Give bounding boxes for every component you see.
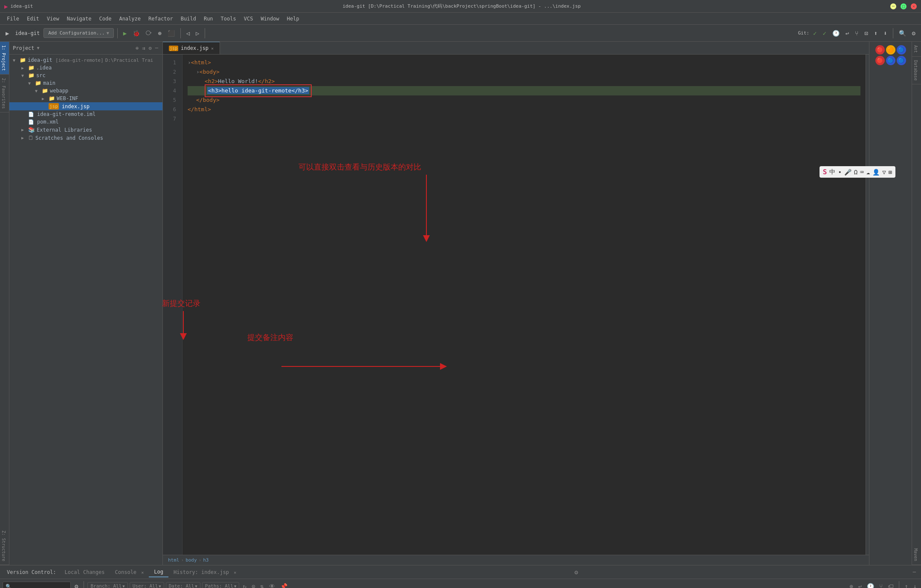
console-close-icon[interactable]: ✕ [141,570,144,575]
tab-local-changes[interactable]: Local Changes [60,568,110,577]
search-everywhere-icon[interactable]: 🔍 [897,29,908,38]
menu-edit[interactable]: Edit [23,14,43,23]
undo-right-icon[interactable]: ↩ [857,582,863,588]
git-checkmark-icon[interactable]: ✓ [820,29,828,38]
clock-right-icon[interactable]: 🕐 [865,582,876,588]
tab-favorites[interactable]: 2: Favorites [0,75,9,112]
sort-icon[interactable]: ⇅ [258,582,265,588]
branch-filter[interactable]: Branch: All ▼ [87,582,127,588]
tree-item-root[interactable]: ▼ 📁 idea-git [idea-git-remote] D:\Practi… [9,56,162,64]
date-filter[interactable]: Date: All ▼ [166,582,200,588]
toolbar-separator-2 [180,28,181,38]
back-icon[interactable]: ◁ [184,29,192,38]
chrome-icon[interactable]: 🔴 [875,45,885,55]
forward-icon[interactable]: ▷ [194,29,201,38]
tree-item-indexjsp[interactable]: jsp index.jsp [9,102,162,110]
menu-window[interactable]: Window [257,14,282,23]
tab-indexjsp[interactable]: jsp index.jsp ✕ [163,42,220,54]
menu-run[interactable]: Run [200,14,217,23]
tree-item-scratches[interactable]: ▶ 🗒 Scratches and Consoles [9,134,162,142]
code-content[interactable]: › <html> › <body> <h2>Hello World!</h2> … [182,55,866,555]
user-filter[interactable]: User: All ▼ [130,582,164,588]
tab-close-icon[interactable]: ✕ [211,46,214,51]
menu-help[interactable]: Help [284,14,303,23]
menu-file[interactable]: File [3,14,23,23]
git-commit-icon[interactable]: ⊡ [862,29,870,38]
pick-icon[interactable]: ⊙ [250,582,257,588]
tab-maven[interactable]: Maven [912,545,921,565]
tree-item-libraries[interactable]: ▶ 📚 External Libraries [9,126,162,134]
tag-icon[interactable]: 🏷 [886,582,895,588]
edge-icon[interactable]: 🔵 [886,56,895,65]
ie-icon[interactable]: 🔴 [875,56,885,65]
stop-button[interactable]: ⬛ [165,29,177,38]
paths-filter[interactable]: Paths: All ▼ [202,582,240,588]
log-settings-icon[interactable]: ⚙ [72,582,80,588]
menu-refactor[interactable]: Refactor [145,14,177,23]
minimize-button[interactable]: ─ [890,3,896,9]
profile-button[interactable]: ⊕ [156,29,163,38]
menu-analyze[interactable]: Analyze [116,14,144,23]
tab-database[interactable]: Database [912,57,921,84]
menu-view[interactable]: View [43,14,63,23]
merge-icon[interactable]: ⑂ [878,582,884,588]
tree-item-webinf[interactable]: ▶ 📁 WEB-INF [9,95,162,102]
tab-history[interactable]: History: index.jsp ✕ [168,568,241,577]
settings-bottom-icon[interactable]: ⚙ [573,567,579,577]
safari-icon[interactable]: 🔵 [897,56,906,65]
menu-build[interactable]: Build [177,14,200,23]
git-undo-icon[interactable]: ↩ [843,29,851,38]
paths-dropdown-icon: ▼ [234,584,236,588]
tree-item-main[interactable]: ▼ 📁 main [9,79,162,87]
tab-ant[interactable]: Ant [912,42,921,57]
ime-headphone-icon: Ω [854,169,857,176]
git-push-icon[interactable]: ⬆ [872,29,880,38]
branch-right-icon[interactable]: ⊕ [848,582,854,588]
pin-icon[interactable]: 📌 [278,582,289,588]
add-configuration-button[interactable]: Add Configuration... ▼ [43,28,113,38]
coverage-button[interactable]: ⧂ [144,28,154,38]
tree-item-src[interactable]: ▼ 📁 src [9,72,162,79]
editor-scrollbar[interactable] [866,55,869,555]
menu-navigate[interactable]: Navigate [64,14,95,23]
sidebar-collapse-icon[interactable]: ⇉ [141,44,146,52]
history-close-icon[interactable]: ✕ [234,570,236,575]
menu-vcs[interactable]: VCS [240,14,257,23]
tab-log[interactable]: Log [149,567,168,577]
opera-icon[interactable]: 🔵 [897,45,906,55]
breadcrumb-h3[interactable]: h3 [203,557,209,563]
firefox-icon[interactable]: 🟠 [886,45,895,55]
toolbar-separator-4 [893,28,893,38]
sidebar-settings-icon[interactable]: ⚙ [148,44,153,52]
sidebar-locate-icon[interactable]: ⊕ [135,44,139,52]
up-icon[interactable]: ↑ [903,582,909,588]
git-pull-icon[interactable]: ⬇ [881,29,889,38]
tree-item-idea[interactable]: ▶ 📁 .idea [9,64,162,72]
refresh-icon[interactable]: ↻ [241,582,248,588]
maximize-button[interactable]: □ [901,3,907,9]
tab-project[interactable]: 1: Project [0,42,9,75]
tree-item-pom[interactable]: 📄 pom.xml [9,118,162,126]
git-check-icon[interactable]: ✓ [811,29,819,38]
minimize-bottom-icon[interactable]: ─ [911,568,918,577]
tab-label: index.jsp [181,45,209,51]
run-button[interactable]: ▶ [121,29,129,38]
tab-structure[interactable]: Z: Structure [0,527,9,565]
menu-bar: File Edit View Navigate Code Analyze Ref… [0,13,921,25]
down-icon[interactable]: ↓ [912,582,918,588]
menu-code[interactable]: Code [96,14,115,23]
tree-item-iml[interactable]: 📄 idea-git-remote.iml [9,110,162,118]
menu-tools[interactable]: Tools [217,14,240,23]
sidebar-minimize-icon[interactable]: ─ [154,44,159,52]
close-button[interactable]: ✕ [911,3,917,9]
debug-button[interactable]: 🐞 [130,29,142,38]
git-clock-icon[interactable]: 🕐 [830,29,842,38]
settings-icon[interactable]: ⚙ [910,29,918,38]
breadcrumb-body[interactable]: body [185,557,197,563]
git-branch-icon[interactable]: ⑂ [853,29,860,38]
eye-icon[interactable]: 👁 [267,582,277,588]
tree-item-webapp[interactable]: ▼ 📁 webapp [9,87,162,95]
breadcrumb-html[interactable]: html [168,557,180,563]
log-search-input[interactable] [3,582,71,588]
tab-console[interactable]: Console ✕ [110,568,149,577]
